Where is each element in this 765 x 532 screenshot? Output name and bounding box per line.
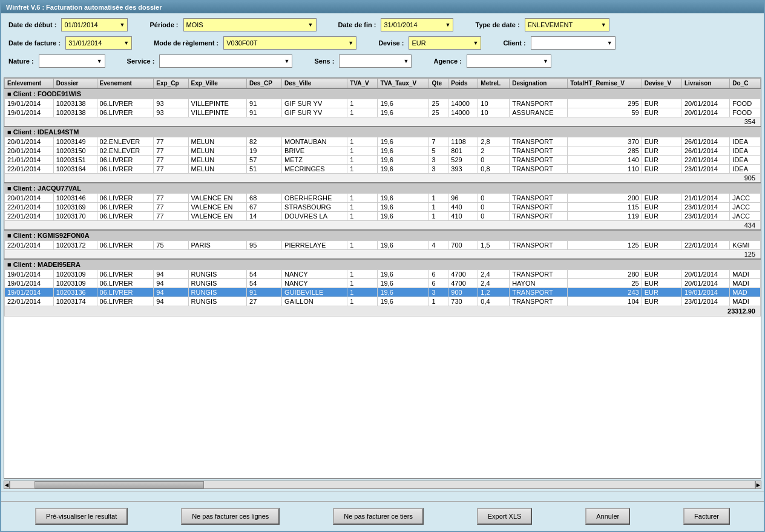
- subtotal-row: 905: [5, 174, 761, 183]
- table-row[interactable]: 21/01/20141020315106.LIVRER77MELUN57METZ…: [5, 156, 761, 165]
- client-label: Client :: [503, 39, 525, 47]
- footer-bar: Pré-visualiser le resultat Ne pas factur…: [1, 501, 764, 531]
- status-bar: [1, 491, 764, 501]
- type-date-value: ENLEVEMENT: [528, 21, 573, 28]
- col-exp-cp: Exp_Cp: [154, 79, 188, 89]
- date-facture-value: 31/01/2014: [68, 39, 102, 47]
- col-exp-ville: Exp_Ville: [188, 79, 247, 89]
- no-invoice-lines-button[interactable]: Ne pas facturer ces lignes: [181, 508, 280, 525]
- devise-label: Devise :: [378, 39, 404, 47]
- table-row[interactable]: 22/01/20141020316906.LIVRER77VALENCE EN6…: [5, 203, 761, 212]
- table-row[interactable]: 22/01/20141020317206.LIVRER75PARIS95PIER…: [5, 241, 761, 250]
- form-row-3: Nature : ▼ Service : ▼ Sens : ▼ Agence :: [8, 54, 757, 68]
- scrollbar-thumb: [34, 481, 204, 488]
- client-arrow: ▼: [607, 40, 612, 46]
- scroll-right-btn[interactable]: ►: [755, 481, 761, 489]
- periode-value: MOIS: [186, 21, 203, 28]
- service-arrow: ▼: [284, 58, 290, 64]
- export-xls-button[interactable]: Export XLS: [477, 508, 533, 525]
- nature-arrow: ▼: [97, 58, 102, 64]
- cancel-button[interactable]: Annuler: [585, 508, 630, 525]
- date-debut-select[interactable]: 01/01/2014 ▼: [61, 18, 128, 31]
- agence-label: Agence :: [433, 57, 461, 65]
- agence-select[interactable]: ▼: [467, 54, 551, 68]
- table-container: Enlevement Dossier Evenement Exp_Cp Exp_…: [4, 77, 761, 479]
- subtotal-row: 125: [5, 250, 761, 260]
- title-bar: Winfret V.6 : Facturation automatisée de…: [1, 1, 764, 13]
- date-facture-select[interactable]: 31/01/2014 ▼: [65, 36, 132, 50]
- date-debut-value: 01/01/2014: [64, 21, 97, 28]
- date-fin-select[interactable]: 31/01/2014 ▼: [381, 18, 453, 31]
- table-row[interactable]: 20/01/20141020314606.LIVRER77VALENCE EN6…: [5, 194, 761, 203]
- no-invoice-tier-button[interactable]: Ne pas facturer ce tiers: [333, 508, 424, 525]
- client-header-row: ■ Client : KGMIS92FON0A: [5, 230, 761, 241]
- date-fin-label: Date de fin :: [338, 21, 376, 28]
- service-select[interactable]: ▼: [159, 54, 292, 68]
- agence-arrow: ▼: [543, 58, 548, 64]
- col-devise: Devise_V: [642, 79, 681, 89]
- date-debut-arrow: ▼: [120, 22, 125, 28]
- col-qte: Qte: [429, 79, 448, 89]
- type-date-arrow: ▼: [601, 22, 606, 28]
- date-facture-label: Date de facture :: [8, 39, 61, 47]
- date-debut-label: Date de début :: [8, 21, 56, 28]
- table-row[interactable]: 19/01/20141020310906.LIVRER94RUNGIS54NAN…: [5, 270, 761, 279]
- subtotal-row: 354: [5, 117, 761, 127]
- col-evenement: Evenement: [97, 79, 154, 89]
- subtotal-row: 434: [5, 221, 761, 231]
- mode-reglement-select[interactable]: V030F00T ▼: [223, 36, 356, 50]
- devise-select[interactable]: EUR ▼: [409, 36, 481, 50]
- mode-reglement-value: V030F00T: [226, 39, 257, 47]
- sens-arrow: ▼: [404, 58, 409, 64]
- devise-value: EUR: [412, 39, 425, 47]
- mode-reglement-arrow: ▼: [348, 40, 353, 46]
- table-row[interactable]: 22/01/20141020317006.LIVRER77VALENCE EN1…: [5, 212, 761, 221]
- data-table: Enlevement Dossier Evenement Exp_Cp Exp_…: [4, 78, 761, 317]
- invoice-button[interactable]: Facturer: [683, 508, 730, 525]
- horizontal-scrollbar[interactable]: [10, 481, 755, 489]
- col-livraison: Livraison: [681, 79, 729, 89]
- periode-select[interactable]: MOIS ▼: [183, 18, 317, 31]
- client-header-row: ■ Client : FOODE91WIS: [5, 88, 761, 99]
- table-scroll[interactable]: Enlevement Dossier Evenement Exp_Cp Exp_…: [4, 78, 761, 478]
- nature-select[interactable]: ▼: [39, 54, 105, 68]
- table-row[interactable]: 20/01/20141020314902.ENLEVER77MELUN82MON…: [5, 137, 761, 146]
- client-select[interactable]: ▼: [531, 36, 616, 50]
- type-date-select[interactable]: ENLEVEMENT ▼: [525, 18, 609, 31]
- col-des-cp: Des_CP: [247, 79, 282, 89]
- client-header-row: ■ Client : JACQU77VAL: [5, 183, 761, 194]
- col-metrel: MetreL: [478, 79, 510, 89]
- type-date-label: Type de date :: [475, 21, 519, 28]
- table-row[interactable]: 19/01/20141020313806.LIVRER93VILLEPINTE9…: [5, 108, 761, 117]
- table-row[interactable]: 22/01/20141020317406.LIVRER94RUNGIS27GAI…: [5, 297, 761, 306]
- sens-label: Sens :: [314, 57, 334, 65]
- table-row[interactable]: 22/01/20141020316406.LIVRER77MELUN51MECR…: [5, 165, 761, 174]
- col-tva-taux: TVA_Taux_V: [378, 79, 429, 89]
- col-designation: Designation: [510, 79, 568, 89]
- table-row[interactable]: 19/01/20141020313806.LIVRER93VILLEPINTE9…: [5, 99, 761, 108]
- date-fin-arrow: ▼: [445, 22, 451, 28]
- window-title: Winfret V.6 : Facturation automatisée de…: [6, 4, 162, 11]
- col-tva-v: TVA_V: [347, 79, 378, 89]
- table-row[interactable]: 19/01/20141020310906.LIVRER94RUNGIS54NAN…: [5, 279, 761, 288]
- preview-button[interactable]: Pré-visualiser le resultat: [35, 508, 128, 525]
- periode-arrow: ▼: [308, 22, 314, 28]
- devise-arrow: ▼: [473, 40, 478, 46]
- col-doc: Do_C: [730, 79, 761, 89]
- table-row[interactable]: 20/01/20141020315002.ENLEVER77MELUN19BRI…: [5, 146, 761, 156]
- col-dossier: Dossier: [53, 79, 97, 89]
- nature-label: Nature :: [8, 57, 34, 65]
- form-row-2: Date de facture : 31/01/2014 ▼ Mode de r…: [8, 36, 757, 50]
- col-poids: Poids: [448, 79, 478, 89]
- form-area: Date de début : 01/01/2014 ▼ Période : M…: [1, 13, 764, 77]
- client-header-row: ■ Client : MADEI95ERA: [5, 259, 761, 270]
- grand-total-row: 23312.90: [5, 306, 761, 317]
- table-row[interactable]: 19/01/20141020313606.LIVRER94RUNGIS91GUI…: [5, 288, 761, 297]
- col-des-ville: Des_Ville: [282, 79, 347, 89]
- date-facture-arrow: ▼: [123, 40, 129, 46]
- scrollbar-area: ◄ ►: [1, 479, 764, 491]
- periode-label: Période :: [149, 21, 178, 28]
- sens-select[interactable]: ▼: [339, 54, 412, 68]
- scroll-left-btn[interactable]: ◄: [4, 481, 10, 489]
- col-enlevement: Enlevement: [5, 79, 54, 89]
